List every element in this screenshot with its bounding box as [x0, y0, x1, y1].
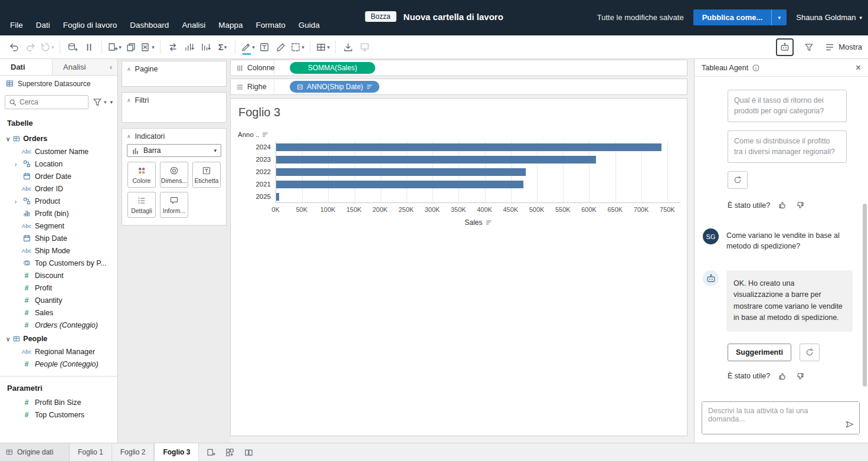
field-product[interactable]: ›Product [0, 195, 117, 207]
menu-dati[interactable]: Dati [30, 17, 57, 33]
menu-formato[interactable]: Formato [249, 17, 291, 33]
field-regional-manager[interactable]: AbcRegional Manager [0, 345, 117, 358]
publish-caret-button[interactable]: ▾ [771, 9, 787, 25]
pill-anno-ship-date[interactable]: ANNO(Ship Date) [290, 81, 379, 93]
columns-shelf[interactable]: Colonne SOMMA(Sales) [230, 60, 687, 76]
suggestion-card-1[interactable]: Qual è il tasso di ritorno dei prodotti … [728, 90, 847, 122]
edit-button[interactable] [273, 39, 289, 55]
bar-2023[interactable] [276, 156, 596, 164]
mark-button-colore[interactable]: Colore [127, 162, 156, 188]
table-group-orders[interactable]: ∨Orders [0, 132, 117, 145]
close-icon[interactable]: × [856, 63, 861, 73]
collapse-pane-button[interactable]: ‹ [104, 59, 117, 75]
new-story-button[interactable] [241, 445, 256, 459]
bar-2025[interactable] [276, 193, 279, 201]
tab-analisi[interactable]: Analisi [52, 59, 104, 75]
expand-icon[interactable]: › [13, 198, 18, 205]
menu-mappa[interactable]: Mappa [212, 17, 249, 33]
field-ship-date[interactable]: Ship Date [0, 232, 117, 244]
thumbs-down-icon[interactable] [795, 372, 804, 381]
x-axis-title[interactable]: Sales [276, 218, 680, 227]
publish-button[interactable]: Pubblica come... [693, 9, 772, 25]
field-location[interactable]: ›Location [0, 158, 117, 170]
mark-button-etichetta[interactable]: Etichetta [192, 162, 221, 188]
new-worksheet-button[interactable]: ▾ [106, 39, 123, 55]
field-ship-mode[interactable]: AbcShip Mode [0, 244, 117, 257]
undo-button[interactable] [6, 39, 22, 55]
datasource-row[interactable]: Superstore Datasource [0, 76, 117, 91]
sheet-tab-foglio-3[interactable]: Foglio 3 [154, 443, 199, 461]
filters-shelf[interactable]: ∧Filtri [122, 92, 227, 123]
clear-sheet-button[interactable]: ▾ [139, 39, 156, 55]
tableau-agent-button[interactable] [776, 38, 794, 56]
menu-file[interactable]: File [4, 17, 30, 33]
collapse-icon[interactable]: ∨ [6, 136, 10, 142]
suggestions-button[interactable]: Suggerimenti [728, 344, 791, 361]
pill-somma-sales[interactable]: SOMMA(Sales) [290, 62, 375, 74]
collapse-icon[interactable]: ∧ [127, 97, 131, 103]
field-sales[interactable]: #Sales [0, 306, 117, 319]
sheet-title[interactable]: Foglio 3 [238, 106, 280, 119]
collapse-icon[interactable]: ∧ [127, 133, 131, 139]
tab-dati[interactable]: Dati [0, 59, 52, 75]
menu-analisi[interactable]: Analisi [175, 17, 212, 33]
presentation-button[interactable] [356, 39, 373, 55]
download-button[interactable] [340, 39, 356, 55]
suggestion-card-2[interactable]: Come si distribuisce il profitto tra i d… [728, 130, 847, 163]
new-worksheet-button[interactable] [204, 445, 218, 459]
table-group-people[interactable]: ∨People [0, 332, 117, 345]
rows-shelf[interactable]: Righe ANNO(Ship Date) [230, 79, 687, 95]
field-people-conteggio[interactable]: #People (Conteggio) [0, 358, 117, 370]
agent-scrollbar[interactable] [863, 204, 867, 387]
mark-button-inform[interactable]: Inform... [160, 192, 188, 218]
thumbs-down-icon[interactable] [795, 201, 804, 210]
showme-button[interactable]: Mostra [824, 42, 862, 53]
sheet-tab-foglio-1[interactable]: Foglio 1 [70, 443, 112, 461]
send-button[interactable] [844, 419, 855, 430]
collapse-icon[interactable]: ∧ [127, 66, 131, 72]
cell-size-button[interactable]: ▾ [315, 39, 331, 55]
highlight-button[interactable]: ▾ [240, 39, 256, 55]
thumbs-up-icon[interactable] [778, 372, 787, 381]
redo-button[interactable] [22, 39, 39, 55]
field-discount[interactable]: #Discount [0, 269, 117, 282]
field-profit[interactable]: #Profit [0, 282, 117, 294]
menu-guida[interactable]: Guida [292, 17, 326, 33]
user-menu[interactable]: Shauna Goldman ▾ [796, 13, 862, 22]
bar-2021[interactable] [276, 181, 523, 188]
new-dashboard-button[interactable] [222, 445, 237, 459]
thumbs-up-icon[interactable] [778, 201, 787, 210]
field-order-date[interactable]: Order Date [0, 170, 117, 182]
menu-foglio-di-lavoro[interactable]: Foglio di lavoro [57, 17, 124, 33]
pages-shelf[interactable]: ∧Pagine [122, 61, 227, 87]
field-profit-bin[interactable]: Profit (bin) [0, 207, 117, 220]
add-data-button[interactable] [64, 39, 81, 55]
datasource-tab[interactable]: Origine dati [0, 443, 70, 461]
menu-dashboard[interactable]: Dashboard [123, 17, 175, 33]
agent-input[interactable] [702, 402, 859, 434]
field-profit-bin-size[interactable]: #Profit Bin Size [0, 396, 117, 408]
field-customer-name[interactable]: AbcCustomer Name [0, 145, 117, 158]
search-input[interactable] [19, 98, 67, 106]
expand-icon[interactable]: › [13, 161, 18, 168]
field-order-id[interactable]: AbcOrder ID [0, 182, 117, 195]
borders-button[interactable]: ▾ [289, 39, 306, 55]
replay-button[interactable]: ▾ [39, 39, 55, 55]
row-axis-header[interactable]: Anno .. [238, 131, 680, 138]
text-label-button[interactable] [256, 39, 273, 55]
field-segment[interactable]: AbcSegment [0, 220, 117, 232]
swap-axes-button[interactable] [165, 39, 181, 55]
field-top-customers[interactable]: #Top Customers [0, 408, 117, 421]
duplicate-button[interactable] [123, 39, 139, 55]
sort-ascending-button[interactable] [181, 39, 198, 55]
mark-type-dropdown[interactable]: Barra ▾ [127, 144, 221, 157]
sheet-tab-foglio-2[interactable]: Foglio 2 [112, 443, 155, 461]
mark-button-dettagli[interactable]: Dettagli [127, 192, 156, 218]
field-quantity[interactable]: #Quantity [0, 294, 117, 306]
workbook-title[interactable]: Nuova cartella di lavoro [404, 12, 503, 22]
sort-descending-button[interactable] [198, 39, 214, 55]
totals-button[interactable]: Σ▾ [214, 39, 231, 55]
bar-2024[interactable] [276, 143, 661, 151]
regenerate-button[interactable] [800, 344, 820, 361]
bar-2022[interactable] [276, 168, 526, 176]
